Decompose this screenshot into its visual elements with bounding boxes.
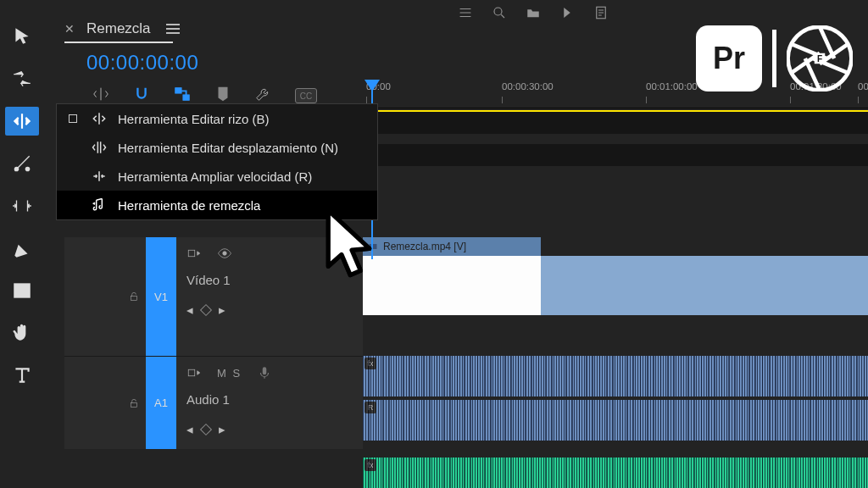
panel-menu-icon[interactable] (166, 24, 180, 34)
slip-tool[interactable] (5, 191, 39, 220)
close-icon[interactable]: ✕ (64, 22, 75, 36)
watermark-logos: Pr F (696, 25, 853, 92)
folder-icon[interactable] (526, 5, 541, 20)
flyout-rolling-edit[interactable]: Herramienta Editar desplazamiento (N) (57, 133, 377, 162)
keyframe-row[interactable]: ◂▸ (186, 302, 353, 318)
timecode-display[interactable]: 00:00:00:00 (86, 51, 198, 75)
document-icon[interactable] (593, 5, 609, 20)
rectangle-tool[interactable] (5, 276, 39, 305)
fx-badge[interactable]: fx (364, 358, 376, 369)
track-gap (363, 112, 868, 134)
panel-tab-underline (64, 42, 173, 43)
ripple-edit-tool[interactable] (5, 107, 39, 136)
track-select-tool[interactable] (5, 64, 39, 93)
toggle-output-icon[interactable] (186, 365, 202, 380)
svg-rect-2 (14, 284, 29, 297)
type-tool[interactable] (5, 361, 39, 390)
track-tag-a1[interactable]: A1 (146, 357, 176, 449)
flyout-ripple-edit[interactable]: Herramienta Editar rizo (B) (57, 104, 377, 133)
audio-waveform[interactable]: fx (363, 356, 868, 396)
aperture-logo: F (787, 25, 853, 92)
svg-point-0 (494, 8, 502, 15)
lock-icon[interactable] (122, 357, 146, 449)
lock-icon[interactable] (122, 237, 146, 356)
panel-title: Remezcla (86, 20, 151, 37)
mic-icon[interactable] (257, 365, 272, 380)
track-header-v1[interactable]: V1 Vídeo 1 ◂▸ (64, 237, 363, 356)
tool-flyout-menu: Herramienta Editar rizo (B) Herramienta … (56, 103, 378, 220)
track-gap (363, 144, 868, 166)
ruler-tick: 00:01:00:00 (646, 81, 698, 92)
track-tag-v1[interactable]: V1 (146, 237, 176, 356)
svg-rect-9 (188, 369, 195, 376)
svg-rect-4 (183, 95, 189, 100)
audio-waveform[interactable]: fx (363, 458, 868, 488)
ruler-tick: 00:00:30:00 (502, 81, 554, 92)
svg-rect-8 (131, 402, 137, 407)
svg-text:F: F (817, 54, 822, 64)
cc-button[interactable]: CC (295, 88, 317, 103)
clip-thumbnail[interactable] (363, 256, 541, 315)
svg-point-7 (223, 252, 227, 256)
mouse-cursor (322, 208, 381, 287)
logo-divider (772, 30, 776, 87)
track-headers: V1 Vídeo 1 ◂▸ A1 M S Audio 1 ◂▸ (64, 237, 363, 449)
tool-palette (0, 17, 44, 390)
r-badge[interactable]: R (364, 402, 376, 413)
pen-tool[interactable] (5, 234, 39, 263)
top-utility-row (458, 0, 609, 25)
fx-badge[interactable]: fx (364, 459, 376, 471)
toggle-output-icon[interactable] (186, 246, 202, 261)
hand-tool[interactable] (5, 319, 39, 347)
ruler-tick: 00:02:00:00 (858, 81, 868, 92)
svg-rect-6 (188, 250, 195, 257)
keyframe-row[interactable]: ◂▸ (186, 422, 353, 437)
svg-rect-5 (131, 296, 137, 300)
panel-tab[interactable]: ✕ Remezcla (64, 20, 180, 37)
audio-waveform[interactable]: R (363, 400, 868, 441)
track-header-a1[interactable]: A1 M S Audio 1 ◂▸ (64, 356, 363, 449)
svg-rect-3 (175, 88, 181, 93)
razor-tool[interactable] (5, 149, 39, 178)
clip-body[interactable] (541, 256, 868, 315)
chevron-right-icon[interactable] (559, 5, 575, 20)
clip-label[interactable]: Remezcla.mp4 [V] (363, 237, 541, 256)
flyout-rate-stretch[interactable]: Herramienta Ampliar velocidad (R) (57, 162, 377, 191)
svg-rect-10 (263, 367, 267, 374)
mute-solo[interactable]: M S (217, 367, 242, 380)
sliders-icon[interactable] (458, 5, 473, 20)
selection-tool[interactable] (5, 22, 39, 51)
playhead[interactable] (364, 80, 380, 92)
eye-icon[interactable] (217, 246, 232, 261)
search-icon[interactable] (492, 5, 507, 20)
track-name: Audio 1 (186, 392, 353, 407)
premiere-logo: Pr (696, 25, 762, 92)
